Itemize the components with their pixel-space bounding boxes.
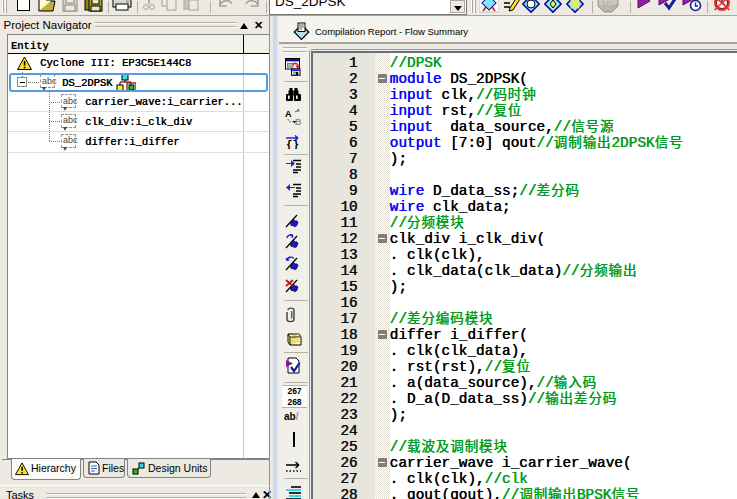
svg-text:B: B [295,117,302,126]
svg-text:{}: {} [286,139,299,149]
svg-text:STOP: STOP [599,0,618,6]
svg-text:A: A [285,109,292,119]
